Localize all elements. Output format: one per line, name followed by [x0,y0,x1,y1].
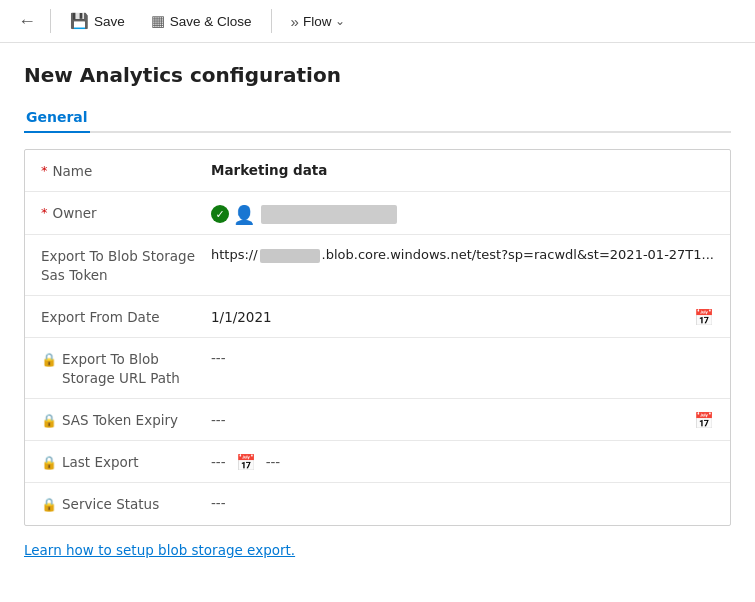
value-owner: ✓ 👤 Impshire Mathala [211,202,714,224]
form-row-export-from-date: Export From Date 1/1/2021 📅 [25,296,730,338]
value-last-export: --- 📅 --- [211,451,714,472]
label-sas-expiry: 🔒 SAS Token Expiry [41,409,211,430]
required-star-name: * [41,162,48,180]
label-owner: * Owner [41,202,211,223]
url-blurred [260,249,320,263]
form-row-sas-expiry: 🔒 SAS Token Expiry --- 📅 [25,399,730,441]
save-close-label: Save & Close [170,14,252,29]
value-name: Marketing data [211,160,714,178]
form-section: * Name Marketing data * Owner ✓ 👤 Impshi… [24,149,731,526]
form-row-last-export: 🔒 Last Export --- 📅 --- [25,441,730,483]
sas-token-url: https://.blob.core.windows.net/test?sp=r… [211,247,714,263]
value-url-path: --- [211,348,714,366]
lock-icon-service-status: 🔒 [41,496,57,514]
value-export-from-date: 1/1/2021 📅 [211,306,714,327]
value-sas-expiry: --- 📅 [211,409,714,430]
label-name: * Name [41,160,211,181]
form-row-url-path: 🔒 Export To Blob Storage URL Path --- [25,338,730,399]
save-close-button[interactable]: ▦ Save & Close [140,6,263,36]
page-content: New Analytics configuration General * Na… [0,43,755,578]
label-export-from-date: Export From Date [41,306,211,327]
flow-button[interactable]: » Flow ⌄ [280,7,357,36]
tab-general[interactable]: General [24,103,90,133]
label-sas-token: Export To Blob Storage Sas Token [41,245,211,285]
person-icon: 👤 [233,204,253,224]
label-url-path: 🔒 Export To Blob Storage URL Path [41,348,211,388]
calendar-icon-sas-expiry[interactable]: 📅 [694,411,714,430]
value-sas-token: https://.blob.core.windows.net/test?sp=r… [211,245,714,263]
form-row-name: * Name Marketing data [25,150,730,192]
toolbar-separator-1 [50,9,51,33]
calendar-icon-export-from-date[interactable]: 📅 [694,308,714,327]
save-close-icon: ▦ [151,12,165,30]
owner-name-blurred: Impshire Mathala [261,205,397,224]
flow-icon: » [291,13,299,30]
value-service-status: --- [211,493,714,511]
back-button[interactable]: ← [12,6,42,36]
tabs-container: General [24,103,731,133]
required-star-owner: * [41,204,48,222]
toolbar-separator-2 [271,9,272,33]
green-check-icon: ✓ [211,205,229,223]
toolbar: ← 💾 Save ▦ Save & Close » Flow ⌄ [0,0,755,43]
label-service-status: 🔒 Service Status [41,493,211,514]
back-icon: ← [18,11,36,32]
save-button[interactable]: 💾 Save [59,6,136,36]
form-row-owner: * Owner ✓ 👤 Impshire Mathala [25,192,730,235]
flow-label: Flow [303,14,332,29]
page-title: New Analytics configuration [24,63,731,87]
save-label: Save [94,14,125,29]
learn-link[interactable]: Learn how to setup blob storage export. [24,542,295,558]
form-row-sas-token: Export To Blob Storage Sas Token https:/… [25,235,730,296]
chevron-down-icon: ⌄ [335,14,345,28]
owner-icons: ✓ 👤 [211,204,253,224]
label-last-export: 🔒 Last Export [41,451,211,472]
save-icon: 💾 [70,12,89,30]
lock-icon-url-path: 🔒 [41,351,57,369]
lock-icon-last-export: 🔒 [41,454,57,472]
lock-icon-sas-expiry: 🔒 [41,412,57,430]
calendar-icon-last-export[interactable]: 📅 [236,453,256,472]
form-row-service-status: 🔒 Service Status --- [25,483,730,525]
